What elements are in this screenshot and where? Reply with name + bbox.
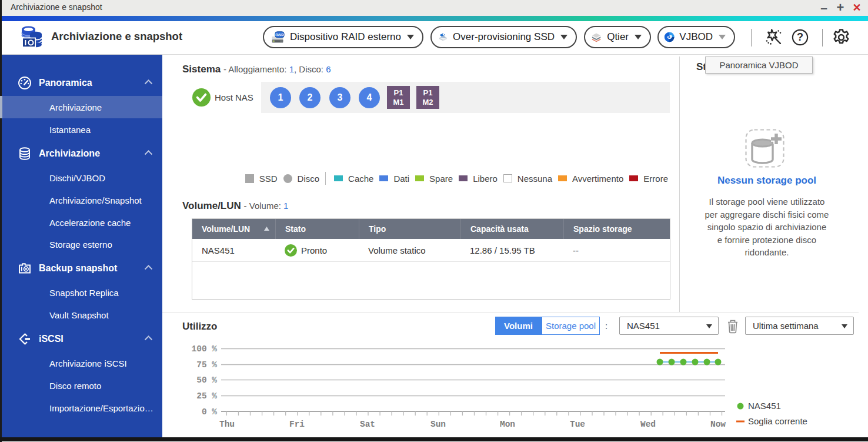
svg-text:RAID: RAID	[275, 33, 284, 36]
svg-text:Fri: Fri	[289, 420, 305, 429]
svg-text:Tue: Tue	[570, 420, 585, 429]
svg-text:Sat: Sat	[360, 420, 375, 429]
svg-text:Wed: Wed	[640, 420, 656, 429]
svg-text:50 %: 50 %	[196, 375, 217, 385]
svg-text:75 %: 75 %	[196, 360, 217, 370]
svg-text:Now: Now	[710, 420, 726, 429]
svg-text:Thu: Thu	[219, 420, 235, 429]
svg-text:0 %: 0 %	[202, 407, 217, 417]
svg-text:Mon: Mon	[500, 420, 515, 429]
svg-text:NAS451: NAS451	[748, 401, 781, 411]
svg-text:Sun: Sun	[430, 420, 446, 429]
svg-text:100 %: 100 %	[191, 344, 217, 354]
svg-text:Soglia corrente: Soglia corrente	[748, 416, 807, 426]
svg-text:25 %: 25 %	[196, 391, 217, 401]
